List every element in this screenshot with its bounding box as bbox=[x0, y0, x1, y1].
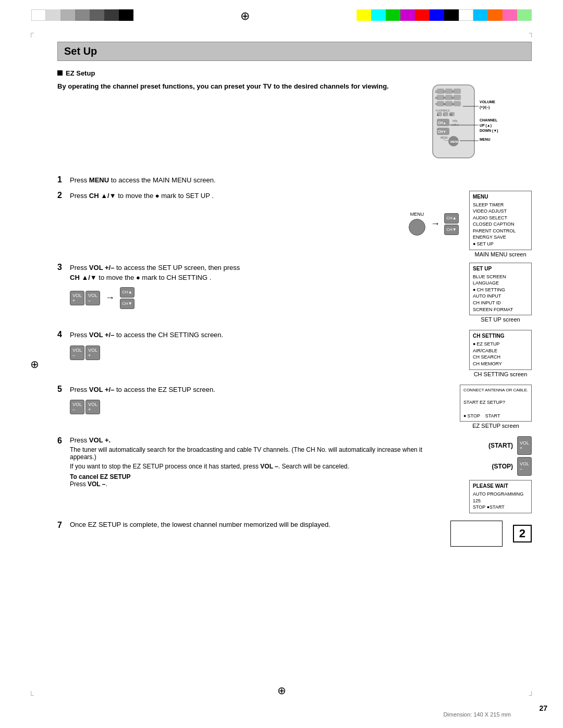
step3-ch-up[interactable]: CH▲ bbox=[120, 287, 134, 298]
svg-text:⑧: ⑧ bbox=[443, 103, 446, 106]
setup-blue-screen: BLUE SCREEN bbox=[473, 274, 528, 280]
step3-content: Press VOL +/– to access the SET UP scree… bbox=[70, 263, 469, 309]
ch-up-button[interactable]: CH▲ bbox=[444, 213, 459, 224]
step4-row: 4 Press VOL +/– to access the CH SETTING… bbox=[57, 330, 532, 377]
svg-rect-6 bbox=[454, 95, 461, 100]
corner-br: ┘ bbox=[529, 691, 534, 699]
gray-bar-4 bbox=[75, 9, 90, 21]
color-bar-cyan bbox=[371, 9, 386, 21]
menu-item-video: VIDEO ADJUST bbox=[473, 208, 528, 215]
gray-bar-2 bbox=[46, 9, 60, 21]
step5-row: 5 Press VOL +/– to access the EZ SETUP s… bbox=[57, 385, 532, 429]
left-crosshair: ⊕ bbox=[30, 358, 39, 371]
setup-title: SET UP bbox=[473, 265, 528, 273]
remote-diagram: ① ② ③ ④ ⑤ ⑥ ⑦ ⑧ ⑨ FLASHBACK ● 1 00 bbox=[427, 82, 532, 165]
corner-tr: ┐ bbox=[529, 29, 534, 37]
page-number: 27 bbox=[539, 704, 547, 712]
svg-rect-9 bbox=[454, 101, 461, 106]
svg-text:CH▼: CH▼ bbox=[438, 130, 446, 133]
step5-vol-minus[interactable]: VOL– bbox=[70, 400, 84, 414]
main-menu-screen-label: MAIN MENU screen bbox=[474, 251, 526, 257]
step5-vol-plus[interactable]: VOL+ bbox=[85, 400, 100, 414]
svg-text:VOLUME: VOLUME bbox=[480, 100, 495, 104]
color-bar-magenta bbox=[400, 9, 415, 21]
dimension-text: Dimension: 140 X 215 mm bbox=[443, 711, 511, 718]
step4-vol-minus[interactable]: VOL– bbox=[70, 346, 84, 360]
step4-vol-plus[interactable]: VOL+ bbox=[85, 346, 100, 360]
ez-setup-screen: CONNECT ANTENNA OR CABLE. START EZ SETUP… bbox=[460, 385, 532, 422]
step7-text: Once EZ SETUP is complete, the lowest ch… bbox=[70, 521, 440, 528]
menu-btn-label: MENU bbox=[410, 212, 424, 217]
gray-bar-5 bbox=[90, 9, 104, 21]
setup-ch-input: CH INPUT ID bbox=[473, 300, 528, 306]
color-bar-yellow bbox=[357, 9, 371, 21]
vol-plus-button[interactable]: VOL+ bbox=[70, 291, 84, 305]
svg-text:1: 1 bbox=[443, 113, 445, 116]
main-menu-screen: MENU SLEEP TIMER VIDEO ADJUST AUDIO SELE… bbox=[469, 191, 532, 250]
grayscale-bars bbox=[31, 9, 133, 23]
svg-text:MENU: MENU bbox=[480, 138, 491, 141]
svg-text:UP (▲): UP (▲) bbox=[480, 124, 492, 128]
setup-auto-input: AUTO INPUT bbox=[473, 293, 528, 300]
color-bar-orange bbox=[488, 9, 503, 21]
color-bar-red bbox=[415, 9, 430, 21]
step6-cancel-label: To cancel EZ SETUPPress VOL –. bbox=[70, 473, 448, 488]
menu-item-sleep: SLEEP TIMER bbox=[473, 202, 528, 208]
color-bar-ltblue bbox=[473, 9, 488, 21]
menu-item-caption: CLOSED CAPTION bbox=[473, 221, 528, 228]
gray-bar-7 bbox=[119, 9, 133, 21]
svg-text:(+)/(–): (+)/(–) bbox=[480, 105, 489, 109]
menu-button[interactable] bbox=[409, 219, 425, 236]
step5-visual: VOL– VOL+ bbox=[70, 400, 460, 414]
step2-number: 2 bbox=[57, 191, 66, 200]
step4-number: 4 bbox=[57, 330, 66, 339]
intro-area: By operating the channel preset function… bbox=[57, 82, 427, 165]
please-wait-title: PLEASE WAIT bbox=[473, 483, 528, 490]
set-up-screen-area: SET UP BLUE SCREEN LANGUAGE CH SETTING A… bbox=[469, 263, 532, 323]
step3-row: 3 Press VOL +/– to access the SET UP scr… bbox=[57, 263, 532, 323]
step6-desc2: If you want to stop the EZ SETUP process… bbox=[70, 463, 448, 470]
step4-text: Press VOL +/– to access the CH SETTING s… bbox=[70, 330, 469, 340]
menu-item-energy: ENERGY SAVE bbox=[473, 234, 528, 241]
color-bar-black bbox=[444, 9, 459, 21]
top-section: By operating the channel preset function… bbox=[57, 82, 532, 165]
intro-bold-text: By operating the channel preset function… bbox=[57, 82, 417, 90]
gray-bar-3 bbox=[60, 9, 75, 21]
gray-bar-1 bbox=[31, 9, 46, 21]
ch-down-button[interactable]: CH▼ bbox=[444, 225, 459, 235]
number-badge: 2 bbox=[513, 525, 532, 542]
step6-vol-minus-btn[interactable]: VOL– bbox=[517, 457, 532, 476]
step3-arrow: → bbox=[105, 292, 115, 303]
svg-text:④: ④ bbox=[435, 96, 437, 100]
svg-text:VOL: VOL bbox=[452, 119, 458, 122]
step6-number: 6 bbox=[57, 436, 66, 446]
step7-content: Once EZ SETUP is complete, the lowest ch… bbox=[70, 521, 440, 528]
remote-svg: ① ② ③ ④ ⑤ ⑥ ⑦ ⑧ ⑨ FLASHBACK ● 1 00 bbox=[427, 82, 532, 163]
step3-ch-down[interactable]: CH▼ bbox=[120, 299, 134, 309]
step5-vol-btns: VOL– VOL+ bbox=[70, 400, 100, 414]
menu-item-audio: AUDIO SELECT bbox=[473, 215, 528, 221]
step6-content: Press VOL +. The tuner will automaticall… bbox=[70, 436, 448, 488]
svg-text:(+)/(–): (+)/(–) bbox=[451, 123, 459, 126]
color-bar-pink bbox=[503, 9, 517, 21]
color-bars-top: ⊕ bbox=[0, 9, 563, 23]
color-bar-blue bbox=[430, 9, 444, 21]
svg-text:①: ① bbox=[435, 90, 437, 93]
svg-text:⑤: ⑤ bbox=[443, 96, 446, 100]
setup-ch-setting: CH SETTING bbox=[473, 287, 528, 293]
please-wait-screen-area: PLEASE WAIT AUTO PROGRAMMING 125 STOP ●S… bbox=[469, 480, 532, 513]
gray-bar-6 bbox=[104, 9, 119, 21]
corner-tl: ┌ bbox=[29, 29, 34, 37]
set-up-screen: SET UP BLUE SCREEN LANGUAGE CH SETTING A… bbox=[469, 263, 532, 316]
ez-connect: CONNECT ANTENNA OR CABLE. bbox=[463, 387, 528, 393]
bullet-square bbox=[57, 70, 63, 76]
color-bar-ltgreen bbox=[517, 9, 532, 21]
vol-minus-button[interactable]: VOL– bbox=[85, 291, 100, 305]
step6-vol-plus-btn[interactable]: VOL+ bbox=[517, 436, 532, 455]
ch-setting-search: CH SEARCH bbox=[473, 354, 528, 361]
svg-text:MENU: MENU bbox=[440, 136, 448, 139]
step4-visual: VOL– VOL+ bbox=[70, 346, 469, 360]
step6-right: (START) VOL+ (STOP) VOL– PLEASE WAIT AUT… bbox=[459, 436, 532, 513]
step1-row: 1 Press MENU to access the MAIN MENU scr… bbox=[57, 175, 532, 186]
step2-row: 2 Press CH ▲/▼ to move the ● mark to SET… bbox=[57, 191, 532, 257]
